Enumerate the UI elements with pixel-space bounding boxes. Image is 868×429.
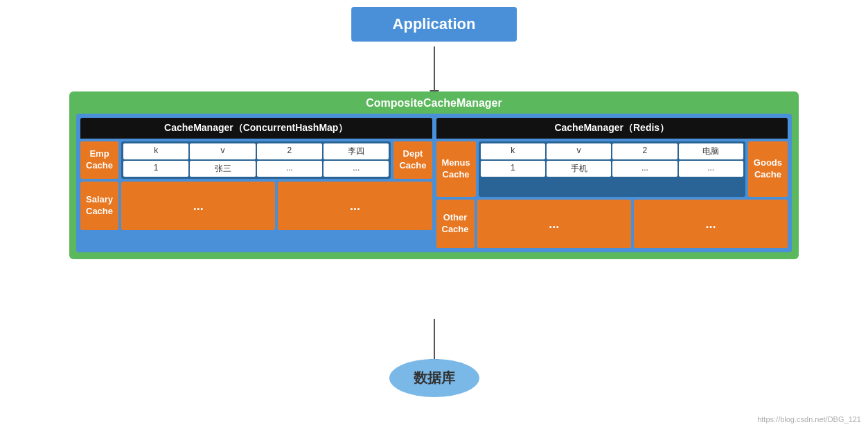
menus-cell-2: 2: [612, 143, 677, 159]
salary-ellipsis1-text: ...: [193, 199, 204, 213]
emp-cell-2: 2: [257, 143, 322, 159]
application-box: Application: [351, 7, 517, 42]
salary-ellipsis2-text: ...: [350, 199, 360, 213]
other-ellipsis1-text: ...: [549, 217, 559, 231]
database-label: 数据库: [414, 369, 455, 387]
emp-cell-dots1: ...: [257, 161, 322, 177]
emp-cell-dots2: ...: [324, 161, 389, 177]
cache-manager-left: CacheManager（ConcurrentHashMap） EmpCache…: [80, 118, 432, 248]
other-ellipsis2: ...: [634, 200, 788, 248]
other-ellipsis1: ...: [477, 200, 631, 248]
database-ellipse: 数据库: [389, 359, 479, 397]
emp-cell-1: 1: [123, 161, 188, 177]
watermark: https://blog.csdn.net/DBG_121: [757, 415, 861, 423]
menus-cell-dots2: ...: [679, 161, 743, 177]
other-cache-label: OtherCache: [436, 200, 475, 248]
menus-cell-v: v: [547, 143, 611, 159]
cache-manager-left-title: CacheManager（ConcurrentHashMap）: [80, 118, 432, 139]
salary-cache-label: SalaryCache: [80, 182, 118, 230]
app-title: Application: [393, 15, 476, 33]
emp-cell-zhangsan: 张三: [190, 161, 255, 177]
arrow-composite-to-db: [434, 319, 435, 360]
goods-cache-label: GoodsCache: [748, 141, 788, 197]
salary-ellipsis2: ...: [278, 182, 432, 230]
cache-manager-right-title: CacheManager（Redis）: [436, 118, 788, 139]
menus-cell-1: 1: [481, 161, 545, 177]
cache-managers-row: CacheManager（ConcurrentHashMap） EmpCache…: [76, 114, 792, 252]
menus-cache-table: k v 2 电脑 1 手机 ... ...: [479, 141, 745, 197]
emp-cache-table: k v 2 李四 1 张三 ... ...: [121, 141, 391, 179]
dept-cache-label: DeptCache: [393, 141, 432, 179]
menus-goods-row: MenusCache k v 2 电脑 1 手机 ...: [436, 141, 788, 197]
composite-cache-manager: CompositeCacheManager CacheManager（Concu…: [69, 91, 799, 259]
menus-cache-label: MenusCache: [436, 141, 476, 197]
menus-cell-dots1: ...: [612, 161, 677, 177]
emp-cell-v: v: [190, 143, 255, 159]
arrow-app-to-composite: [434, 46, 435, 91]
other-ellipsis2-text: ...: [705, 217, 716, 231]
salary-ellipsis1: ...: [121, 182, 275, 230]
diagram-container: Application CompositeCacheManager CacheM…: [0, 0, 868, 429]
emp-cell-lisi: 李四: [324, 143, 389, 159]
menus-table-row2: 1 手机 ... ...: [481, 161, 743, 177]
menus-table-row1: k v 2 电脑: [481, 143, 743, 159]
emp-cell-k: k: [123, 143, 188, 159]
composite-title: CompositeCacheManager: [76, 97, 792, 110]
other-row: OtherCache ... ...: [436, 200, 788, 248]
menus-cell-k: k: [481, 143, 545, 159]
menus-cell-shouji: 手机: [547, 161, 611, 177]
emp-cache-label: EmpCache: [80, 141, 118, 179]
emp-table-row2: 1 张三 ... ...: [123, 161, 389, 177]
cache-manager-right: CacheManager（Redis） MenusCache k v 2 电脑: [436, 118, 788, 248]
salary-row: SalaryCache ... ...: [80, 182, 432, 230]
emp-table-row1: k v 2 李四: [123, 143, 389, 159]
emp-dept-row: EmpCache k v 2 李四 1 张三 ...: [80, 141, 432, 179]
menus-cell-diannao: 电脑: [679, 143, 743, 159]
